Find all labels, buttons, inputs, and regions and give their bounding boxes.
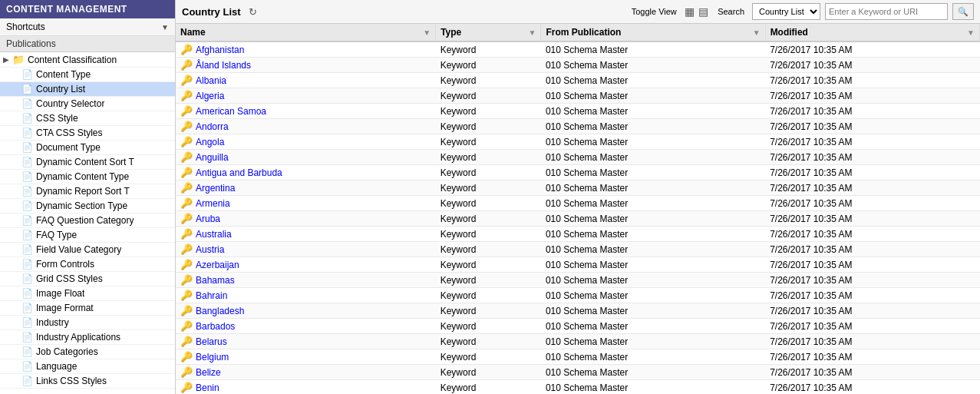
sidebar-item-label: Dynamic Content Sort T (36, 157, 134, 167)
grid-view-icon[interactable]: ▦ (685, 5, 695, 18)
table-row[interactable]: 🔑AustriaKeyword010 Schema Master7/26/201… (176, 242, 980, 257)
sidebar-item-language[interactable]: 📄Language (0, 359, 175, 374)
filter-icon[interactable]: ▼ (423, 28, 431, 37)
cell-modified: 7/26/2017 10:35 AM (765, 273, 979, 288)
search-button[interactable]: 🔍 (952, 3, 974, 20)
sidebar-item-industry[interactable]: 📄Industry (0, 316, 175, 330)
row-name-link[interactable]: Angola (196, 137, 224, 147)
col-header-from_publication[interactable]: From Publication▼ (541, 24, 765, 41)
col-header-modified[interactable]: Modified▼ (765, 24, 979, 41)
page-icon: 📄 (21, 288, 33, 299)
refresh-button[interactable]: ↻ (249, 6, 257, 18)
cell-from-publication: 010 Schema Master (541, 380, 765, 395)
table-row[interactable]: 🔑AndorraKeyword010 Schema Master7/26/201… (176, 119, 980, 134)
table-row[interactable]: 🔑BarbadosKeyword010 Schema Master7/26/20… (176, 319, 980, 334)
row-name-link[interactable]: Argentina (196, 183, 235, 194)
row-name-link[interactable]: Bahrain (196, 290, 227, 301)
sidebar-item-cta-css-styles[interactable]: 📄CTA CSS Styles (0, 126, 175, 141)
row-name-link[interactable]: American Samoa (196, 106, 266, 117)
row-name-link[interactable]: Belgium (196, 352, 229, 363)
sidebar-item-dynamic-section-type[interactable]: 📄Dynamic Section Type (0, 199, 175, 214)
row-name-link[interactable]: Belarus (196, 336, 227, 347)
row-name-link[interactable]: Bangladesh (196, 306, 244, 316)
row-name-link[interactable]: Bahamas (196, 275, 235, 286)
table-row[interactable]: 🔑BelarusKeyword010 Schema Master7/26/201… (176, 334, 980, 349)
row-name-link[interactable]: Afghanistan (196, 45, 244, 55)
table-row[interactable]: 🔑AzerbaijanKeyword010 Schema Master7/26/… (176, 257, 980, 273)
table-row[interactable]: 🔑AnguillaKeyword010 Schema Master7/26/20… (176, 150, 980, 165)
expand-icon[interactable]: ▶ (3, 55, 11, 64)
sidebar-tree[interactable]: ▶📁Content Classification📄Content Type📄Co… (0, 52, 175, 394)
row-name-link[interactable]: Belize (196, 367, 221, 378)
col-header-name[interactable]: Name▼ (176, 24, 436, 41)
shortcuts-bar[interactable]: Shortcuts ▼ (0, 18, 175, 36)
search-scope-select[interactable]: Country ListAll (752, 3, 820, 20)
sidebar-item-field-value-category[interactable]: 📄Field Value Category (0, 243, 175, 257)
sidebar-item-content-classification[interactable]: ▶📁Content Classification (0, 52, 175, 68)
row-name-link[interactable]: Aruba (196, 214, 220, 224)
row-name-link[interactable]: Albania (196, 75, 226, 86)
page-icon: 📄 (21, 376, 33, 386)
row-name-link[interactable]: Åland Islands (196, 60, 251, 71)
row-name-link[interactable]: Armenia (196, 198, 230, 209)
cell-name: 🔑Belize (176, 365, 436, 380)
sidebar-item-form-controls[interactable]: 📄Form Controls (0, 257, 175, 272)
sidebar-item-links-css-styles[interactable]: 📄Links CSS Styles (0, 374, 175, 389)
sidebar-item-industry-applications[interactable]: 📄Industry Applications (0, 330, 175, 345)
row-name-link[interactable]: Benin (196, 382, 219, 393)
filter-icon[interactable]: ▼ (967, 28, 975, 37)
sidebar-item-dynamic-content-type[interactable]: 📄Dynamic Content Type (0, 170, 175, 184)
sidebar-item-country-list[interactable]: 📄Country List (0, 82, 175, 97)
col-header-type[interactable]: Type▼ (436, 24, 541, 41)
filter-icon[interactable]: ▼ (753, 28, 761, 37)
table-row[interactable]: 🔑AustraliaKeyword010 Schema Master7/26/2… (176, 227, 980, 242)
sidebar-item-faq-type[interactable]: 📄FAQ Type (0, 228, 175, 243)
table-row[interactable]: 🔑BahrainKeyword010 Schema Master7/26/201… (176, 288, 980, 303)
filter-icon[interactable]: ▼ (529, 28, 536, 37)
table-row[interactable]: 🔑Åland IslandsKeyword010 Schema Master7/… (176, 58, 980, 73)
row-name-link[interactable]: Austria (196, 244, 224, 255)
table-row[interactable]: 🔑BahamasKeyword010 Schema Master7/26/201… (176, 273, 980, 288)
table-row[interactable]: 🔑ArmeniaKeyword010 Schema Master7/26/201… (176, 196, 980, 211)
sidebar-item-job-categories[interactable]: 📄Job Categories (0, 345, 175, 359)
sidebar-item-image-float[interactable]: 📄Image Float (0, 286, 175, 301)
content-table[interactable]: Name▼Type▼From Publication▼Modified▼ 🔑Af… (176, 24, 980, 394)
search-input[interactable] (825, 3, 948, 20)
cell-modified: 7/26/2017 10:35 AM (765, 349, 979, 365)
shortcuts-arrow-icon[interactable]: ▼ (161, 23, 169, 31)
sidebar-item-dynamic-report-sort[interactable]: 📄Dynamic Report Sort T (0, 184, 175, 199)
sidebar-item-faq-question-category[interactable]: 📄FAQ Question Category (0, 214, 175, 228)
cell-modified: 7/26/2017 10:35 AM (765, 257, 979, 273)
table-row[interactable]: 🔑AngolaKeyword010 Schema Master7/26/2017… (176, 134, 980, 150)
table-row[interactable]: 🔑AlgeriaKeyword010 Schema Master7/26/201… (176, 88, 980, 104)
row-name-link[interactable]: Anguilla (196, 152, 229, 163)
table-row[interactable]: 🔑BelgiumKeyword010 Schema Master7/26/201… (176, 349, 980, 365)
sidebar-item-image-format[interactable]: 📄Image Format (0, 301, 175, 316)
table-row[interactable]: 🔑American SamoaKeyword010 Schema Master7… (176, 104, 980, 119)
table-row[interactable]: 🔑BeninKeyword010 Schema Master7/26/2017 … (176, 380, 980, 395)
cell-from-publication: 010 Schema Master (541, 165, 765, 180)
table-row[interactable]: 🔑BelizeKeyword010 Schema Master7/26/2017… (176, 365, 980, 380)
table-row[interactable]: 🔑Antigua and BarbudaKeyword010 Schema Ma… (176, 165, 980, 180)
row-name-link[interactable]: Azerbaijan (196, 260, 239, 270)
list-view-icon[interactable]: ▤ (698, 5, 708, 18)
table-row[interactable]: 🔑ArubaKeyword010 Schema Master7/26/2017 … (176, 211, 980, 227)
page-icon: 📄 (21, 361, 33, 372)
sidebar-item-css-style[interactable]: 📄CSS Style (0, 111, 175, 126)
row-name-link[interactable]: Andorra (196, 121, 229, 132)
row-name-link[interactable]: Algeria (196, 91, 224, 101)
sidebar-item-grid-css-styles[interactable]: 📄Grid CSS Styles (0, 272, 175, 286)
sidebar-item-content-type[interactable]: 📄Content Type (0, 68, 175, 82)
cell-from-publication: 010 Schema Master (541, 58, 765, 73)
table-row[interactable]: 🔑AlbaniaKeyword010 Schema Master7/26/201… (176, 73, 980, 88)
row-name-link[interactable]: Barbados (196, 321, 235, 332)
row-name-link[interactable]: Australia (196, 229, 232, 240)
row-name-link[interactable]: Antigua and Barbuda (196, 167, 282, 178)
sidebar-item-document-type[interactable]: 📄Document Type (0, 141, 175, 155)
sidebar-item-country-selector[interactable]: 📄Country Selector (0, 97, 175, 111)
table-row[interactable]: 🔑BangladeshKeyword010 Schema Master7/26/… (176, 303, 980, 319)
sidebar-item-dynamic-content-sort[interactable]: 📄Dynamic Content Sort T (0, 155, 175, 170)
table-row[interactable]: 🔑ArgentinaKeyword010 Schema Master7/26/2… (176, 180, 980, 196)
table-row[interactable]: 🔑AfghanistanKeyword010 Schema Master7/26… (176, 41, 980, 58)
cell-type: Keyword (436, 349, 541, 365)
